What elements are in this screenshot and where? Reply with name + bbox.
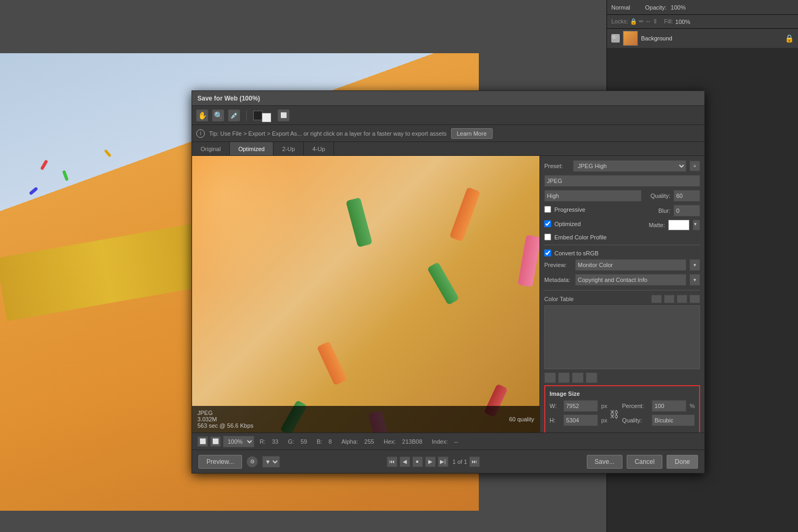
eye-icon[interactable]: 👁 [611, 34, 620, 43]
normal-blend-label: Normal [611, 4, 630, 11]
compression-select[interactable]: High [544, 190, 642, 202]
r-label: R: [260, 438, 265, 445]
slice-select-icon[interactable]: ⬜ [278, 110, 289, 121]
blur-select[interactable]: 0 [674, 205, 700, 217]
dialog-footer: Preview... ⚙ ▼ ⏮ ◀ ■ ▶ ▶| 1 of 1 ⏭ [192, 450, 704, 473]
first-frame-btn[interactable]: ⏮ [387, 456, 397, 467]
metadata-dropdown-icon[interactable]: ▼ [689, 274, 700, 286]
zoom-controls: ⬜ ⬜ 100% [197, 436, 254, 447]
color-table-icon-2[interactable] [664, 295, 675, 303]
metadata-label: Metadata: [544, 277, 572, 283]
zoom-in-icon[interactable]: ⬜ [210, 436, 221, 447]
toolbar-divider [246, 110, 247, 121]
resample-quality-select[interactable]: Bicubic [652, 414, 695, 426]
learn-more-button[interactable]: Learn More [451, 128, 493, 139]
done-button[interactable]: Done [667, 455, 698, 469]
tab-2up[interactable]: 2-Up [273, 142, 304, 155]
image-size-wh-rows: W: px H: px ⛓ Perce [550, 400, 695, 429]
preview-info-bar: JPEG 3.032M 563 sec @ 56.6 Kbps 60 quali… [192, 406, 539, 433]
compression-quality-row: High Quality: 60 [544, 190, 700, 202]
preset-menu-icon[interactable]: ≡ [689, 161, 700, 171]
embed-color-profile-label: Embed Color Profile [554, 234, 606, 240]
preset-select[interactable]: JPEG High [573, 160, 686, 172]
resize-controls-area [544, 372, 700, 383]
optimized-matte-row: Optimized Matte: ▼ [544, 220, 700, 230]
width-input[interactable] [563, 400, 598, 412]
optimized-label: Optimized [554, 221, 581, 227]
zoom-out-icon[interactable]: ⬜ [197, 436, 208, 447]
format-select[interactable]: JPEG [544, 175, 700, 187]
quality-label: Quality: [645, 193, 670, 199]
eyedropper-tool-icon[interactable]: 💉 [228, 110, 240, 121]
info-icon: i [196, 129, 205, 138]
opacity-label: Opacity: [645, 4, 666, 11]
tip-bar: i Tip: Use File > Export > Export As... … [192, 125, 704, 142]
height-input[interactable] [563, 414, 598, 426]
layer-row-background[interactable]: 👁 Background 🔒 [607, 29, 798, 48]
tab-optimized[interactable]: Optimized [230, 142, 274, 155]
resize-icon-2[interactable] [558, 372, 570, 383]
zoom-select[interactable]: 100% [223, 436, 254, 447]
convert-srgb-checkbox[interactable] [544, 250, 551, 256]
percent-quality-inputs: Percent: % Quality: Bicubic [622, 400, 695, 429]
candy-orange-3 [317, 341, 347, 385]
color-table-area [544, 305, 700, 369]
preview-row: Preview: Monitor Color ▼ [544, 259, 700, 271]
matte-swatch[interactable] [668, 220, 689, 230]
prev-frame-btn[interactable]: ◀ [400, 456, 410, 467]
percent-input[interactable] [652, 400, 686, 412]
last-frame-btn[interactable]: ⏭ [469, 456, 480, 467]
metadata-select[interactable]: Copyright and Contact Info [575, 274, 686, 286]
g-value: 59 [301, 438, 307, 445]
matte-dropdown-btn[interactable]: ▼ [693, 220, 700, 230]
progressive-checkbox[interactable] [544, 206, 551, 213]
next-frame-btn[interactable]: ▶| [438, 456, 448, 467]
optimized-checkbox[interactable] [544, 220, 551, 227]
h-label: H: [550, 417, 560, 423]
color-table-icon-4[interactable] [689, 295, 700, 303]
zoom-tool-icon[interactable]: 🔍 [212, 110, 224, 121]
save-button[interactable]: Save... [587, 455, 622, 469]
lock-icon: 🔒 [785, 34, 794, 43]
tab-original[interactable]: Original [192, 142, 230, 155]
image-size-title: Image Size [550, 390, 695, 397]
quality-display: 60 quality [509, 416, 534, 422]
preview-button[interactable]: Preview... [198, 455, 242, 469]
preview-format-info: JPEG 3.032M 563 sec @ 56.6 Kbps [197, 410, 253, 429]
resize-icon-1[interactable] [544, 372, 556, 383]
dialog-title: Save for Web (100%) [197, 95, 260, 102]
link-proportions-icon[interactable]: ⛓ [610, 409, 620, 420]
color-table-icon-1[interactable] [651, 295, 662, 303]
quality-select[interactable]: 60 [674, 190, 700, 202]
cancel-button[interactable]: Cancel [627, 455, 662, 469]
preview-options-icon[interactable]: ⚙ [246, 456, 258, 468]
candy-green-2 [427, 262, 460, 305]
opacity-value: 100% [671, 4, 686, 11]
stop-btn[interactable]: ■ [412, 456, 423, 467]
dialog-toolbar: ✋ 🔍 💉 ⬜ [192, 106, 704, 125]
tab-4up[interactable]: 4-Up [304, 142, 334, 155]
alpha-label: Alpha: [342, 438, 358, 445]
metadata-row: Metadata: Copyright and Contact Info ▼ [544, 274, 700, 286]
preview-settings-select[interactable]: Monitor Color [575, 259, 686, 271]
preview-dropdown-icon[interactable]: ▼ [689, 259, 700, 271]
candy-orange-1 [450, 187, 481, 242]
background-color[interactable] [262, 113, 271, 122]
layers-header: Locks: 🔒 ✏ ↔ ⇕ Fill: 100% [607, 15, 798, 29]
percent-label: Percent: [622, 403, 649, 409]
resize-icon-3[interactable] [572, 372, 584, 383]
matte-label: Matte: [644, 222, 665, 228]
candy-green-1 [346, 197, 372, 247]
hand-tool-icon[interactable]: ✋ [196, 110, 208, 121]
embed-color-profile-checkbox[interactable] [544, 234, 551, 240]
resize-icon-4[interactable] [586, 372, 597, 383]
percent-row: Percent: % [622, 400, 695, 412]
play-btn[interactable]: ▶ [425, 456, 436, 467]
index-label: Index: [432, 438, 448, 445]
layer-name: Background [641, 35, 672, 41]
index-value: -- [454, 438, 458, 445]
r-value: 33 [272, 438, 278, 445]
color-table-icon-3[interactable] [677, 295, 687, 303]
width-row: W: px [550, 400, 608, 412]
preview-options-select[interactable]: ▼ [262, 456, 280, 468]
